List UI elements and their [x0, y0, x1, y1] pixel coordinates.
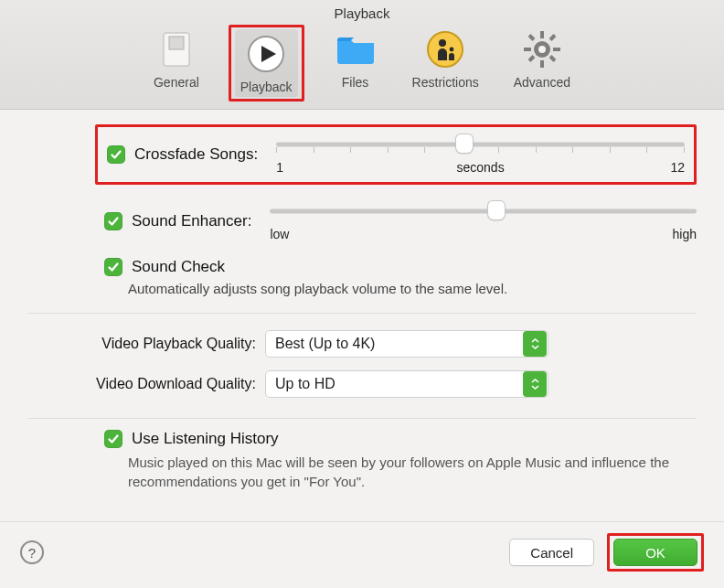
window-header: Playback General Playback [0, 0, 724, 110]
svg-point-4 [428, 32, 463, 67]
cancel-button[interactable]: Cancel [509, 539, 594, 566]
switch-icon [154, 27, 198, 71]
window-title: Playback [0, 5, 724, 21]
svg-point-16 [538, 46, 546, 53]
play-icon [244, 32, 288, 76]
preferences-toolbar: General Playback Files [0, 25, 724, 109]
ok-button[interactable]: OK [613, 539, 697, 566]
crossfade-checkbox[interactable] [107, 145, 125, 164]
svg-rect-15 [527, 55, 535, 62]
video-playback-value: Best (Up to 4K) [266, 336, 522, 352]
crossfade-slider[interactable] [276, 134, 685, 155]
soundcheck-checkbox[interactable] [104, 258, 122, 276]
svg-rect-12 [527, 34, 535, 41]
enhancer-low: low [270, 227, 289, 241]
crossfade-min: 1 [276, 160, 283, 175]
history-checkbox[interactable] [104, 430, 122, 448]
crossfade-mid: seconds [456, 160, 504, 175]
history-label: Use Listening History [132, 430, 279, 448]
crossfade-max: 12 [670, 160, 685, 175]
enhancer-high: high [673, 227, 697, 241]
svg-rect-13 [548, 55, 556, 62]
soundcheck-label: Sound Check [132, 258, 225, 276]
svg-rect-9 [540, 60, 544, 68]
tab-advanced[interactable]: Advanced [508, 25, 576, 102]
chevron-updown-icon [523, 371, 547, 397]
highlight-crossfade: Crossfade Songs: 1 seconds 12 [95, 124, 697, 185]
gear-icon [520, 27, 564, 71]
svg-point-6 [450, 48, 454, 52]
enhancer-label: Sound Enhancer: [132, 212, 251, 230]
highlight-ok: OK [607, 533, 704, 572]
svg-rect-11 [553, 48, 560, 51]
section-playback: Crossfade Songs: 1 seconds 12 [27, 121, 697, 314]
video-download-select[interactable]: Up to HD [265, 370, 548, 398]
section-history: Use Listening History Music played on th… [27, 419, 697, 506]
svg-point-5 [439, 39, 446, 47]
chevron-updown-icon [523, 331, 547, 357]
svg-rect-10 [524, 48, 531, 51]
tab-restrictions[interactable]: Restrictions [407, 25, 484, 102]
help-button[interactable]: ? [20, 540, 44, 564]
tab-files[interactable]: Files [328, 25, 383, 102]
preferences-window: Playback General Playback [0, 0, 724, 588]
svg-rect-8 [540, 31, 544, 38]
video-playback-label: Video Playback Quality: [27, 336, 265, 352]
crossfade-label: Crossfade Songs: [134, 145, 258, 164]
history-desc: Music played on this Mac will be seen by… [128, 454, 695, 491]
tab-label: Playback [240, 80, 293, 94]
tab-playback[interactable]: Playback [235, 29, 298, 97]
tab-general[interactable]: General [148, 25, 205, 102]
tab-label: Files [342, 75, 369, 90]
enhancer-checkbox[interactable] [104, 212, 122, 230]
parental-icon [423, 27, 467, 71]
footer: ? Cancel OK [0, 521, 724, 588]
video-download-value: Up to HD [266, 376, 522, 392]
video-playback-select[interactable]: Best (Up to 4K) [265, 330, 548, 358]
tab-label: Advanced [514, 75, 570, 90]
svg-rect-14 [548, 34, 556, 41]
section-video: Video Playback Quality: Best (Up to 4K) … [27, 314, 697, 419]
highlight-playback-tab: Playback [229, 25, 304, 102]
soundcheck-desc: Automatically adjusts song playback volu… [128, 280, 697, 298]
enhancer-slider[interactable] [270, 201, 697, 221]
folder-icon [334, 27, 378, 71]
svg-rect-1 [169, 37, 184, 49]
tab-label: Restrictions [412, 75, 479, 90]
preferences-content: Crossfade Songs: 1 seconds 12 [0, 110, 724, 521]
tab-label: General [154, 75, 199, 90]
video-download-label: Video Download Quality: [27, 376, 265, 392]
